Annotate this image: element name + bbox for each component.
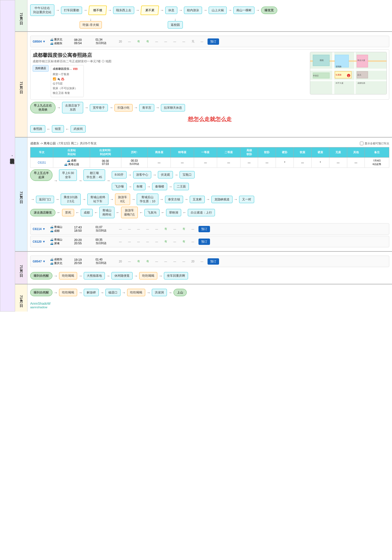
signature-area: AnnnShadoW aannshadow [30,302,389,309]
seat-dash6: — [198,40,205,43]
s4: — [217,158,240,168]
train-stations: 🚄 青城山 🚄 成都 [50,225,72,233]
arrow: → [54,178,58,183]
day14-label: 7月14日 [15,284,27,312]
arrow: → [55,197,59,201]
flow-item: 青城山前终站下车 [87,194,108,205]
train-times: 19:19 20:59 [74,258,93,265]
depart: 19:19 [74,258,93,261]
day12-section: 7月12日 成都东 -> 离堆公园（7月12日 周二）共计5个车次 显示全都可预… [15,138,392,252]
duration: 01:40 [96,258,115,261]
day14-flow: 睡到自然醒 → 吃吃喝喝 → 解放碑 → 磁器口 → 吃吃喝喝 → 洪崖洞 → … [30,289,389,296]
seat-no: 20 [189,260,196,263]
train-stations: 🚄 成都东 🚄 重庆北 [50,257,72,265]
show-all-checkbox[interactable] [360,142,363,145]
arrow: → [134,274,138,278]
flow-item: 打车回重都 [61,7,82,14]
book-button[interactable]: 预订 [198,239,210,245]
flow-item: 翠映湖 [166,209,181,216]
day13-content: G8547 ▼ 🚄 成都东 🚄 重庆北 19:19 20:59 01:40 当日… [27,252,392,284]
th-business: 商务座 [147,147,170,158]
arrow: ← [65,127,69,131]
route-info: 成都东 -> 离堆公园（7月12日 周二）共计5个车次 [30,141,97,145]
svg-text:医院: 医院 [320,59,324,61]
arrow: → [110,197,114,201]
arrow: → [100,290,104,295]
seat-dash3: — [162,40,169,43]
arrow: → [106,274,110,278]
arrow: → [156,105,159,110]
room-bath: 独立卫浴 有套 [53,91,82,95]
arrow: → [57,105,61,110]
arrow: ← [161,210,165,215]
flow-item: 洪崖洞 [152,289,167,296]
day11-content: G8504 ▼ 🚄 重庆北 🚄 成都东 08:20 09:54 01:34 当日… [27,32,392,137]
hotel-price: ¥99 [73,68,78,71]
duration-note: 01:07 当日到达 [96,226,115,233]
from: 🚄 成都 [55,159,88,163]
day10-flow1: 中午12左右到达重庆北站 → 打车回重都 → 饿不饿 → 颐东西上去 → 累不累… [30,4,389,16]
day12-mid-flow: → 返回门口 → 乘坐101路2.5元 → 青城山前终站下车 → 旅游车8元 →… [30,194,389,205]
signature-id: aannshadow [30,306,389,309]
branch-bottom: 飞沙堰 → 鱼嘴 → 秦堰楼 → 二王面 [112,183,195,190]
seat-dash5: — [180,40,187,43]
seat-hard: 有 [144,40,151,43]
room-floor: 位于5层 [53,81,82,86]
s7: — [171,240,178,243]
to-station: 🚄 重庆北 [50,261,72,265]
s3: — [135,240,142,243]
depart: 06:30 [92,159,119,163]
arrow: → [206,197,210,201]
arrow: → [79,290,82,295]
arrow: → [131,197,135,201]
spacer [30,268,389,270]
arrow: → [122,290,126,295]
to-station: 🚄 成都东 [50,41,72,45]
arrive: 07:03 [92,163,119,166]
flow-item: 乘坐101路2.5元 [61,194,81,205]
seat-has: 有 [162,227,169,231]
flow-item: 8:00开 [112,171,127,178]
arrow: → [153,173,156,177]
arrow: → [107,178,110,183]
arrow: → [256,8,260,12]
arrow: → [160,197,164,201]
th-time: 出发时间↑到达时间 [90,147,121,158]
flow-item: 青城山南终站 [99,207,114,218]
flow-diamond: 累不累 [140,5,159,15]
room-bed: 双床（不可以加床） [53,86,82,91]
note: 当日到达 [96,261,115,265]
arrow: → [228,8,232,12]
s8: — [294,158,312,168]
s2: — [126,228,133,231]
flow-item: 游客中心 [133,171,151,178]
flow-item: 泰安古镇 [165,196,183,203]
s3: — [162,260,169,263]
spacer [30,220,389,222]
duration-note: 01:40 当日到达 [96,258,115,265]
train-stations: 🚄 青城山 🚄 屏滩 [50,238,72,245]
room-icons: 📶 🔌 ♨️ [53,77,82,81]
s5: — [153,240,160,243]
arrive: 20:55 [74,242,93,245]
train-link[interactable]: C6151 [38,161,46,164]
book-button[interactable]: 预订 [208,38,219,45]
book-button[interactable]: 预订 [208,258,219,265]
from-station: 🚄 成都东 [50,257,72,261]
s1: — [117,240,124,243]
arrow: ← [139,210,143,215]
seat-has2: 有 [180,227,187,231]
book-button[interactable]: 预订 [198,226,210,232]
flow-item: 吃吃喝喝 [59,272,77,279]
th-no-seat: 无座 [329,147,347,158]
flow-item-sub: 返校园 [168,21,183,29]
flow-item: 早上五点半起床 [30,169,52,181]
s3: — [194,158,217,168]
s2: — [171,158,194,168]
arrow: → [169,184,172,189]
branch-column: 8:00开 → 游客中心 → 伏龙观 → 宝瓶口 飞沙堰 → 鱼嘴 [112,169,195,192]
s5: — [153,228,160,231]
flow-item: 锦里 [52,125,64,133]
signature-name: AnnnShadoW [30,302,389,306]
hotel-map: ● 医院 亚熙路 商业大厦 红星路 起点 李酒店 科平大厦 成都怡酒 [310,52,387,94]
